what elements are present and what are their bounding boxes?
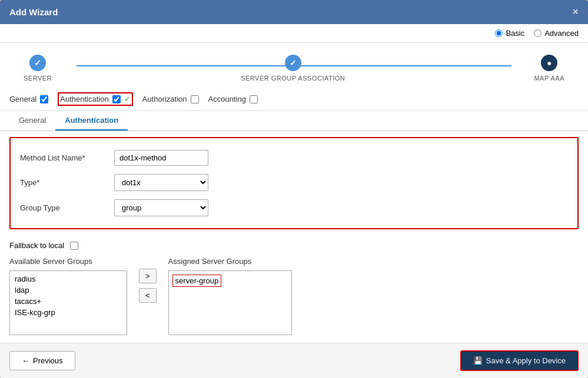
group-type-row: Group Type group local radius	[20, 199, 568, 216]
view-mode-group: Basic Advanced	[495, 29, 579, 38]
method-list-name-input[interactable]	[114, 150, 208, 166]
available-groups-box: Available Server Groups radius ldap taca…	[9, 257, 127, 335]
stepper: ✓ SERVER ✓ SERVER GROUP ASSOCIATION ● MA…	[0, 43, 588, 88]
modal-title: Add Wizard	[9, 7, 58, 17]
arrow-buttons: > <	[139, 257, 157, 303]
content-area: Fallback to local Available Server Group…	[0, 235, 588, 343]
general-tab-item: General	[9, 95, 48, 103]
view-mode-bar: Basic Advanced	[0, 24, 588, 43]
tabs-section: General Authentication ✓ Authorization A…	[0, 88, 588, 111]
save-label: Save & Apply to Device	[486, 356, 566, 365]
available-groups-label: Available Server Groups	[9, 257, 127, 266]
accounting-checkbox[interactable]	[250, 95, 258, 103]
server-groups-row: Available Server Groups radius ldap taca…	[9, 257, 579, 335]
accounting-tab-label: Accounting	[208, 95, 246, 103]
advanced-label: Advanced	[544, 29, 579, 38]
list-item[interactable]: tacacs+	[12, 296, 124, 307]
step-map-aaa-label: MAP AAA	[534, 75, 564, 82]
sub-tab-authentication[interactable]: Authentication	[55, 111, 128, 131]
step-map-aaa-circle: ●	[541, 55, 557, 71]
sub-tab-general[interactable]: General	[9, 111, 55, 131]
step-server-circle: ✓	[29, 55, 46, 71]
authentication-checkbox[interactable]	[112, 95, 121, 103]
step-server-group: ✓ SERVER GROUP ASSOCIATION	[241, 55, 345, 82]
group-type-label: Group Type	[20, 203, 114, 212]
basic-label: Basic	[506, 29, 524, 38]
fallback-row: Fallback to local	[9, 241, 579, 250]
modal-footer: ← Previous 💾 Save & Apply to Device	[0, 343, 588, 378]
list-item[interactable]: radius	[12, 273, 124, 285]
general-tab-label: General	[9, 95, 36, 103]
previous-arrow-icon: ←	[22, 356, 29, 365]
group-type-select[interactable]: group local radius	[114, 199, 208, 216]
remove-arrow-button[interactable]: <	[139, 288, 157, 303]
add-arrow-button[interactable]: >	[139, 269, 157, 283]
sub-tabs: General Authentication	[0, 111, 588, 131]
authentication-tab-label: Authentication	[60, 95, 108, 103]
list-item[interactable]: ISE-kcg-grp	[12, 307, 124, 318]
authorization-tab-item: Authorization	[142, 95, 199, 103]
general-checkbox[interactable]	[40, 95, 48, 103]
type-select[interactable]: dot1x dot1x-mac mab	[114, 174, 208, 191]
step-map-aaa: ● MAP AAA	[534, 55, 564, 82]
method-list-name-row: Method List Name*	[20, 150, 568, 166]
advanced-radio[interactable]: Advanced	[534, 29, 579, 38]
authentication-tab-item: Authentication ✓	[58, 92, 132, 106]
method-list-name-label: Method List Name*	[20, 153, 114, 162]
fallback-checkbox[interactable]	[70, 242, 78, 250]
type-label: Type*	[20, 178, 114, 187]
step-server-group-circle: ✓	[285, 55, 301, 71]
save-button[interactable]: 💾 Save & Apply to Device	[460, 350, 579, 371]
authorization-checkbox[interactable]	[191, 95, 199, 103]
step-server-label: SERVER	[24, 75, 52, 82]
modal-body: Basic Advanced ✓ SERVER ✓ SERVER GROUP A…	[0, 24, 588, 343]
step-server-group-label: SERVER GROUP ASSOCIATION	[241, 75, 345, 82]
assigned-item: server-group	[172, 275, 222, 287]
modal-header: Add Wizard ×	[0, 0, 588, 24]
form-section: Method List Name* Type* dot1x dot1x-mac …	[9, 137, 579, 229]
basic-radio[interactable]: Basic	[495, 29, 524, 38]
available-groups-list[interactable]: radius ldap tacacs+ ISE-kcg-grp	[9, 270, 127, 335]
authorization-tab-label: Authorization	[142, 95, 187, 103]
list-item[interactable]: ldap	[12, 285, 124, 296]
previous-button[interactable]: ← Previous	[9, 351, 75, 370]
close-button[interactable]: ×	[572, 6, 579, 18]
add-wizard-modal: Add Wizard × Basic Advanced ✓	[0, 0, 588, 378]
previous-label: Previous	[33, 356, 63, 365]
fallback-label: Fallback to local	[9, 241, 64, 250]
assigned-groups-list[interactable]: server-group	[168, 270, 292, 335]
step-server: ✓ SERVER	[24, 55, 52, 82]
type-row: Type* dot1x dot1x-mac mab	[20, 174, 568, 191]
stepper-steps: ✓ SERVER ✓ SERVER GROUP ASSOCIATION ● MA…	[24, 55, 564, 82]
assigned-groups-label: Assigned Server Groups	[168, 257, 292, 266]
accounting-tab-item: Accounting	[208, 95, 258, 103]
save-icon: 💾	[473, 356, 483, 365]
assigned-groups-box: Assigned Server Groups server-group	[168, 257, 292, 335]
authentication-check-icon: ✓	[124, 95, 131, 103]
